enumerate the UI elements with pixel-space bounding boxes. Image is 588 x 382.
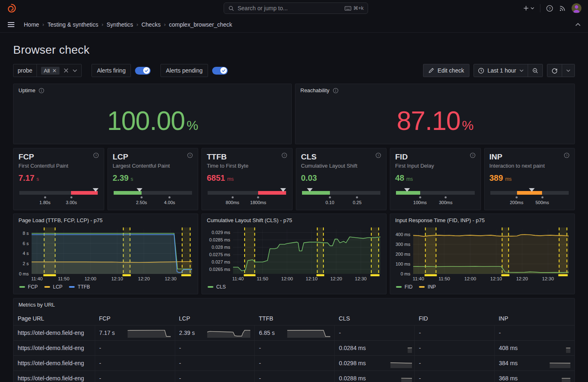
svg-text:100 ms: 100 ms — [396, 261, 411, 266]
svg-text:0.0285 ms: 0.0285 ms — [209, 237, 231, 242]
column-header-page-url[interactable]: Page URL — [14, 312, 95, 325]
edit-check-button[interactable]: Edit check — [423, 64, 469, 77]
threshold-tick — [231, 196, 233, 198]
chevron-up-icon[interactable] — [575, 23, 581, 26]
metric-cell: 384 ms — [494, 356, 574, 371]
legend-swatch — [69, 286, 75, 288]
time-range-picker[interactable]: Last 1 hour — [474, 64, 528, 77]
gauge-bar: 0.100.25 — [301, 189, 382, 207]
help-icon[interactable]: ? — [375, 152, 381, 158]
gauge-value-marker — [93, 188, 98, 192]
legend-item-fid[interactable]: FID — [396, 284, 412, 290]
legend-item-ttfb[interactable]: TTFB — [69, 284, 90, 290]
menu-icon[interactable] — [7, 22, 15, 27]
threshold-label: 3.00s — [66, 200, 77, 205]
panel-title[interactable]: Cumulative Layout Shift (CLS) - p75 — [207, 217, 292, 223]
column-header-inp[interactable]: INP — [494, 312, 574, 325]
column-header-ttfb[interactable]: TTFB — [255, 312, 335, 325]
metric-cell: 6.85 s — [255, 325, 335, 341]
remove-chip-icon[interactable]: ✕ — [52, 68, 57, 74]
probe-filter-chip[interactable]: All ✕ — [41, 67, 59, 75]
zoom-out-button[interactable] — [528, 64, 542, 77]
search-input[interactable] — [238, 5, 341, 11]
metric-cell: - — [95, 341, 175, 356]
stat-value: 87.10% — [397, 106, 474, 136]
info-icon[interactable] — [39, 88, 44, 93]
sparkline — [369, 343, 412, 353]
svg-text:11:50: 11:50 — [439, 276, 450, 281]
help-icon[interactable]: ? — [93, 152, 99, 158]
panel-title[interactable]: Metrics by URL — [18, 302, 55, 308]
table-row: https://otel-demo.field-eng---0.0298 ms-… — [14, 356, 574, 371]
legend-swatch — [44, 286, 50, 288]
chart-plot-area[interactable]: 0.0265 ms0.027 ms0.0275 ms0.028 ms0.0285… — [204, 227, 384, 282]
legend-item-cls[interactable]: CLS — [208, 284, 226, 290]
panel-title[interactable]: Uptime — [18, 87, 35, 93]
clear-filter-icon[interactable] — [64, 68, 69, 73]
sparkline — [207, 328, 250, 338]
legend-item-inp[interactable]: INP — [419, 284, 436, 290]
svg-text:0 ms: 0 ms — [19, 271, 29, 276]
breadcrumb-separator: › — [136, 21, 138, 27]
panel-title[interactable]: Reachability — [300, 87, 329, 93]
metric-cell: - — [414, 356, 494, 371]
metric-value: 2.39 s — [179, 330, 195, 336]
breadcrumb-item[interactable]: Synthetics — [107, 21, 133, 28]
legend-swatch — [19, 286, 25, 288]
sparkline — [369, 373, 412, 382]
sparkline — [527, 373, 570, 382]
breadcrumb-item[interactable]: Checks — [142, 21, 161, 28]
threshold-label: 0.10 — [325, 200, 334, 205]
refresh-interval-dropdown[interactable] — [562, 64, 574, 77]
pencil-icon — [428, 68, 434, 73]
chevron-down-icon[interactable] — [73, 69, 77, 72]
legend-item-lcp[interactable]: LCP — [44, 284, 62, 290]
metrics-by-url-panel: Metrics by URL Page URLFCPLCPTTFBCLSFIDI… — [13, 298, 575, 382]
metric-value: - — [419, 345, 421, 351]
breadcrumb-item[interactable]: complex_browser_check — [169, 21, 232, 28]
user-avatar[interactable] — [572, 3, 581, 13]
metric-value: - — [99, 360, 101, 366]
threshold-tick — [419, 196, 421, 198]
column-header-fcp[interactable]: FCP — [95, 312, 175, 325]
svg-text:400 ms: 400 ms — [396, 232, 411, 237]
chart-plot-area[interactable]: 0 ms100 ms200 ms300 ms400 ms11:4011:5012… — [393, 227, 572, 282]
gauge-panel-fcp: FCP?First Contentful Paint7.17s1.80s3.00… — [13, 148, 104, 210]
gauge-panel-lcp: LCP?Largest Contentful Paint2.39s2.50s4.… — [108, 148, 199, 210]
chart-plot-area[interactable]: 0 ms2 s4 s6 s8 s11:4011:5012:0012:1012:2… — [16, 227, 195, 282]
stat-unit: % — [462, 118, 473, 133]
panel-title[interactable]: Input Response Time (FID, INP) - p75 — [395, 217, 485, 223]
metric-value: - — [339, 330, 341, 336]
threshold-label: 300ms — [439, 200, 453, 205]
help-icon[interactable]: ? — [187, 152, 193, 158]
legend-item-fcp[interactable]: FCP — [19, 284, 38, 290]
table-row: https://otel-demo.field-eng7.17 s2.39 s6… — [14, 325, 574, 341]
help-icon[interactable]: ? — [470, 152, 476, 158]
column-header-fid[interactable]: FID — [414, 312, 494, 325]
column-header-cls[interactable]: CLS — [335, 312, 415, 325]
metric-cell: - — [175, 341, 255, 356]
refresh-button[interactable] — [547, 64, 562, 77]
alerts-firing-toggle[interactable] — [135, 67, 151, 75]
grafana-logo-icon[interactable] — [7, 3, 16, 13]
alerts-pending-toggle[interactable] — [212, 67, 228, 75]
help-icon[interactable]: ? — [281, 152, 287, 158]
breadcrumb-bar: Home›Testing & synthetics›Synthetics›Che… — [0, 16, 588, 33]
info-icon[interactable] — [333, 88, 339, 93]
chart-panel: Page Load (TTFB, FCP, LCP) - p750 ms2 s4… — [13, 214, 198, 294]
breadcrumb-item[interactable]: Home — [24, 21, 39, 28]
probe-filter[interactable]: probe All ✕ — [13, 64, 82, 77]
help-icon[interactable]: ? — [546, 5, 553, 12]
news-feed-icon[interactable] — [559, 5, 566, 12]
svg-text:?: ? — [283, 154, 285, 157]
divider — [540, 4, 540, 12]
panel-title[interactable]: Page Load (TTFB, FCP, LCP) - p75 — [18, 217, 103, 223]
chevron-down-icon — [519, 69, 524, 72]
gauge-title: LCP — [113, 152, 128, 161]
help-icon[interactable]: ? — [564, 152, 570, 158]
column-header-lcp[interactable]: LCP — [175, 312, 255, 325]
search-box[interactable]: ⌘+k — [224, 2, 368, 14]
svg-text:12:30: 12:30 — [165, 276, 176, 281]
breadcrumb-item[interactable]: Testing & synthetics — [48, 21, 98, 28]
add-new-button[interactable] — [523, 5, 534, 11]
